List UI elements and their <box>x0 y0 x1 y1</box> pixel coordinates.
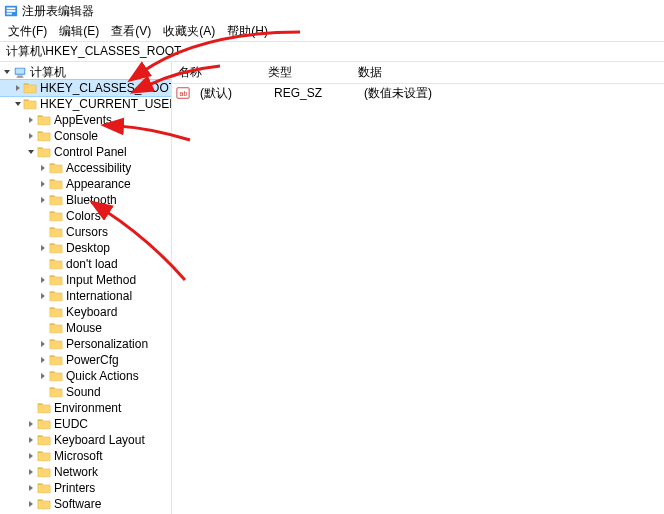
tree-item[interactable]: Microsoft <box>0 448 171 464</box>
tree-item[interactable]: Personalization <box>0 336 171 352</box>
tree-item[interactable]: Input Method <box>0 272 171 288</box>
svg-rect-1 <box>7 8 16 10</box>
chevron-right-icon[interactable] <box>38 243 48 253</box>
chevron-right-icon[interactable] <box>38 371 48 381</box>
chevron-right-icon[interactable] <box>26 435 36 445</box>
chevron-right-icon[interactable] <box>26 419 36 429</box>
tree-item[interactable]: Quick Actions <box>0 368 171 384</box>
tree-item[interactable]: PowerCfg <box>0 352 171 368</box>
chevron-right-icon[interactable] <box>38 355 48 365</box>
tree-item[interactable]: AppEvents <box>0 112 171 128</box>
folder-icon <box>49 385 63 399</box>
menu-edit[interactable]: 编辑(E) <box>53 21 105 42</box>
window-title: 注册表编辑器 <box>22 3 94 20</box>
title-bar: 注册表编辑器 <box>0 0 664 22</box>
tree-item[interactable]: Printers <box>0 480 171 496</box>
chevron-right-icon[interactable] <box>26 451 36 461</box>
tree-item[interactable]: 计算机 <box>0 64 171 80</box>
chevron-right-icon[interactable] <box>38 163 48 173</box>
tree-item-label: Network <box>54 465 98 479</box>
folder-icon <box>37 497 51 511</box>
chevron-right-icon[interactable] <box>26 131 36 141</box>
svg-rect-3 <box>7 13 12 15</box>
tree-item-label: Software <box>54 497 101 511</box>
folder-icon <box>23 97 37 111</box>
chevron-right-icon[interactable] <box>26 499 36 509</box>
chevron-down-icon[interactable] <box>14 99 22 109</box>
chevron-right-icon[interactable] <box>26 467 36 477</box>
list-pane[interactable]: 名称 类型 数据 ab(默认)REG_SZ(数值未设置) <box>172 62 664 514</box>
chevron-right-icon[interactable] <box>26 483 36 493</box>
tree-item[interactable]: Colors <box>0 208 171 224</box>
folder-icon <box>49 369 63 383</box>
chevron-right-icon[interactable] <box>38 179 48 189</box>
tree-item[interactable]: Mouse <box>0 320 171 336</box>
content-area: 计算机HKEY_CLASSES_ROOTHKEY_CURRENT_USERApp… <box>0 62 664 514</box>
tree-item-label: Colors <box>66 209 101 223</box>
menu-help[interactable]: 帮助(H) <box>221 21 274 42</box>
tree-item[interactable]: Keyboard <box>0 304 171 320</box>
folder-icon <box>49 193 63 207</box>
cell-data: (数值未设置) <box>358 85 664 102</box>
svg-rect-6 <box>17 76 22 77</box>
tree-item[interactable]: Console <box>0 128 171 144</box>
tree-item[interactable]: Sound <box>0 384 171 400</box>
col-header-type[interactable]: 类型 <box>262 64 352 81</box>
menu-view[interactable]: 查看(V) <box>105 21 157 42</box>
tree-item-label: Console <box>54 129 98 143</box>
tree-item[interactable]: Appearance <box>0 176 171 192</box>
folder-icon <box>49 209 63 223</box>
tree-item[interactable]: Control Panel <box>0 144 171 160</box>
tree-item-label: Input Method <box>66 273 136 287</box>
chevron-down-icon[interactable] <box>2 67 12 77</box>
tree-item[interactable]: Keyboard Layout <box>0 432 171 448</box>
folder-icon <box>37 433 51 447</box>
tree-item-label: Environment <box>54 401 121 415</box>
tree-item[interactable]: HKEY_CLASSES_ROOT <box>0 80 171 96</box>
folder-icon <box>49 225 63 239</box>
chevron-right-icon[interactable] <box>14 83 22 93</box>
folder-icon <box>37 145 51 159</box>
tree-item[interactable]: Accessibility <box>0 160 171 176</box>
chevron-right-icon[interactable] <box>38 291 48 301</box>
tree-item[interactable]: Software <box>0 496 171 512</box>
tree-pane[interactable]: 计算机HKEY_CLASSES_ROOTHKEY_CURRENT_USERApp… <box>0 62 172 514</box>
menu-file[interactable]: 文件(F) <box>2 21 53 42</box>
tree-item-label: 计算机 <box>30 64 66 81</box>
folder-icon <box>37 465 51 479</box>
tree-item[interactable]: EUDC <box>0 416 171 432</box>
tree-item-label: HKEY_CLASSES_ROOT <box>40 81 172 95</box>
col-header-data[interactable]: 数据 <box>352 64 664 81</box>
tree-item-label: Microsoft <box>54 449 103 463</box>
tree-item-label: Quick Actions <box>66 369 139 383</box>
chevron-right-icon[interactable] <box>38 275 48 285</box>
address-path: 计算机\HKEY_CLASSES_ROOT <box>6 43 181 60</box>
svg-text:ab: ab <box>180 90 188 97</box>
folder-icon <box>49 273 63 287</box>
address-bar[interactable]: 计算机\HKEY_CLASSES_ROOT <box>0 42 664 62</box>
tree-item[interactable]: Cursors <box>0 224 171 240</box>
list-row[interactable]: ab(默认)REG_SZ(数值未设置) <box>172 84 664 102</box>
tree-item[interactable]: HKEY_CURRENT_USER <box>0 96 171 112</box>
tree-item[interactable]: don't load <box>0 256 171 272</box>
tree-item-label: Cursors <box>66 225 108 239</box>
tree-item[interactable]: International <box>0 288 171 304</box>
tree-item[interactable]: Desktop <box>0 240 171 256</box>
chevron-right-icon[interactable] <box>38 195 48 205</box>
tree-item[interactable]: Bluetooth <box>0 192 171 208</box>
tree-item-label: don't load <box>66 257 118 271</box>
list-header: 名称 类型 数据 <box>172 62 664 84</box>
chevron-down-icon[interactable] <box>26 147 36 157</box>
tree-item-label: EUDC <box>54 417 88 431</box>
chevron-right-icon[interactable] <box>26 115 36 125</box>
svg-rect-2 <box>7 10 16 12</box>
tree-item[interactable]: Environment <box>0 400 171 416</box>
menu-favorites[interactable]: 收藏夹(A) <box>157 21 221 42</box>
folder-icon <box>49 161 63 175</box>
folder-icon <box>49 241 63 255</box>
col-header-name[interactable]: 名称 <box>172 64 262 81</box>
folder-icon <box>37 401 51 415</box>
chevron-right-icon[interactable] <box>38 339 48 349</box>
folder-icon <box>49 305 63 319</box>
tree-item[interactable]: Network <box>0 464 171 480</box>
